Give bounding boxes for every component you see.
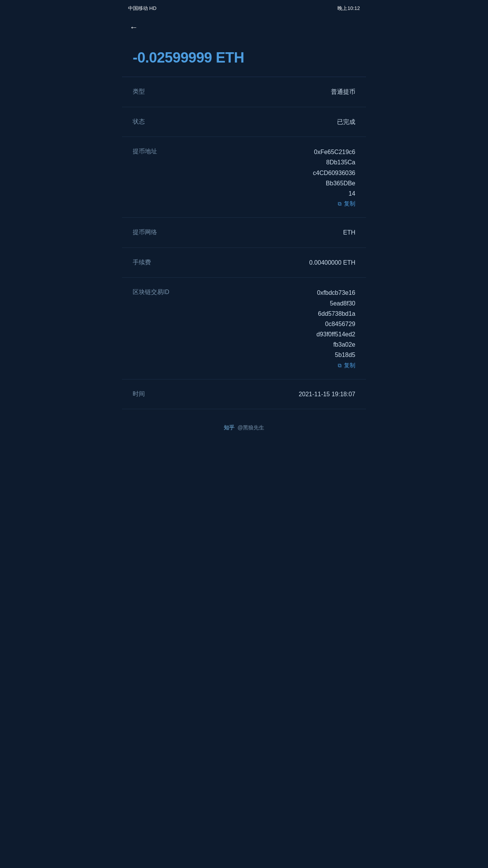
address-block: 区块链交易ID 0xfbdcb73e165ead8f306dd5738bd1a0…	[122, 278, 366, 379]
detail-row: 状态 已完成	[122, 107, 366, 137]
copy-label: 复制	[344, 362, 355, 369]
detail-row: 时间 2021-11-15 19:18:07	[122, 379, 366, 410]
row-label: 时间	[133, 389, 145, 398]
address-value: 0xFe65C219c68Db135Cac4CD60936036Bb365DBe…	[312, 147, 355, 199]
detail-rows: 类型 普通提币 状态 已完成 提币地址 0xFe65C219c68Db135Ca…	[122, 77, 366, 409]
row-label: 提币网络	[133, 228, 157, 236]
address-block: 提币地址 0xFe65C219c68Db135Cac4CD60936036Bb3…	[122, 137, 366, 218]
copy-button[interactable]: ⧉ 复制	[338, 362, 355, 369]
row-label: 区块链交易ID	[133, 288, 169, 296]
row-value: ETH	[343, 228, 355, 238]
time-text: 晚上10:12	[337, 5, 360, 12]
row-value: 已完成	[337, 117, 355, 127]
carrier-text: 中国移动 HD	[128, 5, 156, 12]
row-value: 0.00400000 ETH	[309, 258, 355, 268]
detail-row: 手续费 0.00400000 ETH	[122, 248, 366, 278]
address-top-row: 提币地址 0xFe65C219c68Db135Cac4CD60936036Bb3…	[133, 147, 355, 207]
nav-bar: ←	[122, 17, 366, 38]
detail-row: 类型 普通提币	[122, 77, 366, 107]
amount-value: -0.02599999 ETH	[133, 50, 355, 66]
row-label: 提币地址	[133, 147, 157, 156]
row-label: 状态	[133, 117, 145, 126]
copy-button[interactable]: ⧉ 复制	[338, 200, 355, 207]
row-value: 2021-11-15 19:18:07	[299, 389, 355, 399]
footer-watermark: 知乎 @黑狼先生	[122, 409, 366, 443]
address-value-container: 0xFe65C219c68Db135Cac4CD60936036Bb365DBe…	[283, 147, 355, 207]
footer-platform: 知乎	[224, 424, 234, 431]
copy-label: 复制	[344, 200, 355, 207]
footer-author: @黑狼先生	[238, 424, 264, 431]
address-top-row: 区块链交易ID 0xfbdcb73e165ead8f306dd5738bd1a0…	[133, 288, 355, 369]
address-value: 0xfbdcb73e165ead8f306dd5738bd1a0c8456729…	[315, 288, 355, 360]
row-label: 手续费	[133, 258, 151, 267]
address-value-container: 0xfbdcb73e165ead8f306dd5738bd1a0c8456729…	[288, 288, 355, 369]
amount-section: -0.02599999 ETH	[122, 38, 366, 77]
copy-icon: ⧉	[338, 201, 342, 207]
back-button[interactable]: ←	[130, 21, 141, 34]
copy-icon: ⧉	[338, 362, 342, 369]
status-bar: 中国移动 HD 晚上10:12	[122, 0, 366, 17]
detail-row: 提币网络 ETH	[122, 218, 366, 248]
row-value: 普通提币	[331, 87, 355, 97]
row-label: 类型	[133, 87, 145, 96]
